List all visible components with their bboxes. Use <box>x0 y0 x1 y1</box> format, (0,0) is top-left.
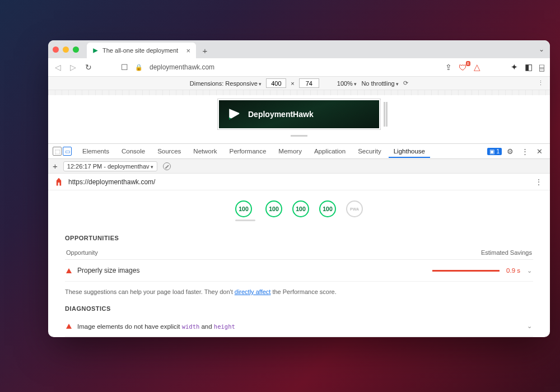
devtools-more-icon[interactable]: ⋮ <box>519 147 531 156</box>
devtools-tabs: ⬚ ▭ Elements Console Sources Network Per… <box>48 144 550 159</box>
report-select[interactable]: 12:26:17 PM - deploymenthav <box>63 161 157 171</box>
new-tab-button[interactable]: + <box>198 44 212 57</box>
width-input[interactable] <box>266 78 286 88</box>
savings-bar <box>432 270 500 272</box>
close-tab-icon[interactable]: × <box>185 46 192 55</box>
browser-tab[interactable]: The all-one site deployment × <box>87 43 196 58</box>
brave-shield-icon[interactable]: 🛡8 <box>459 63 467 72</box>
close-window-icon[interactable] <box>53 46 59 53</box>
zoom-dropdown[interactable]: 100% <box>337 80 357 87</box>
element-picker-icon[interactable]: ⬚ <box>53 147 62 156</box>
reload-button[interactable]: ↻ <box>84 62 93 73</box>
score-best-practices[interactable]: 100 <box>292 200 309 217</box>
chevron-down-icon: ⌄ <box>527 267 532 274</box>
dimensions-dropdown[interactable]: Dimensions: Responsive <box>190 80 262 87</box>
diagnostic-row[interactable]: Keep request counts low and transfer siz… <box>65 337 533 337</box>
site-name: DeploymentHawk <box>248 110 314 119</box>
tab-memory[interactable]: Memory <box>273 144 307 158</box>
deploymenthawk-logo-icon <box>227 106 242 122</box>
savings-value: 0.9 s <box>506 267 520 274</box>
opportunity-col-label: Opportunity <box>66 249 98 256</box>
extensions-icon[interactable]: ✦ <box>511 62 518 72</box>
diagnostic-label: Image elements do not have explicit widt… <box>77 323 235 330</box>
resize-handle-right[interactable] <box>384 102 385 127</box>
device-toggle-icon[interactable]: ▭ <box>63 147 72 156</box>
throttling-dropdown[interactable]: No throttling <box>361 80 399 87</box>
opportunities-heading: OPPORTUNITIES <box>65 235 533 241</box>
diagnostics-heading: DIAGNOSTICS <box>65 305 533 312</box>
responsive-toolbar: Dimensions: Responsive × 100% No throttl… <box>48 77 550 90</box>
tab-title: The all-one site deployment <box>102 47 181 54</box>
back-button[interactable]: ◁ <box>54 62 62 73</box>
clear-icon[interactable] <box>163 162 171 170</box>
score-performance[interactable]: 100 <box>235 200 255 221</box>
sidepanel-icon[interactable]: ◧ <box>525 62 533 72</box>
tab-network[interactable]: Network <box>188 144 222 158</box>
url-toolbar: ◁ ▷ ↻ ☐ 🔒 deploymenthawk.com ⇪ 🛡8 △ ✦ ◧ … <box>48 58 550 77</box>
score-accessibility[interactable]: 100 <box>265 200 282 217</box>
opportunity-row[interactable]: Properly size images 0.9 s ⌄ <box>65 260 533 282</box>
settings-gear-icon[interactable]: ⚙ <box>504 147 516 156</box>
favicon-icon <box>91 46 99 54</box>
report-url-bar: https://deploymenthawk.com/ ⋮ <box>48 174 550 190</box>
device-frame: DeploymentHawk <box>217 95 381 130</box>
tab-elements[interactable]: Elements <box>77 144 114 158</box>
lighthouse-toolbar: + 12:26:17 PM - deploymenthav <box>48 159 550 174</box>
warning-triangle-icon <box>66 268 72 273</box>
devtools-close-icon[interactable]: ✕ <box>534 147 545 156</box>
tab-strip: The all-one site deployment × + ⌄ <box>48 40 550 58</box>
maximize-window-icon[interactable] <box>73 46 79 53</box>
new-report-button[interactable]: + <box>53 161 58 171</box>
ruler <box>48 90 550 95</box>
device-viewport: DeploymentHawk <box>48 90 550 143</box>
score-seo[interactable]: 100 <box>319 200 336 217</box>
tab-console[interactable]: Console <box>116 144 150 158</box>
tab-application[interactable]: Application <box>309 144 351 158</box>
times-label: × <box>291 80 294 87</box>
lighthouse-icon <box>55 178 63 186</box>
lighthouse-report: https://deploymenthawk.com/ ⋮ 100 100 10… <box>48 174 550 337</box>
window-controls <box>53 46 79 53</box>
opportunities-note: These suggestions can help your page loa… <box>65 288 533 295</box>
resize-handle-bottom[interactable] <box>291 135 307 137</box>
forward-button[interactable]: ▷ <box>69 62 77 73</box>
tab-performance[interactable]: Performance <box>225 144 272 158</box>
score-ring-row: 100 100 100 100 PWA <box>65 196 533 225</box>
site-banner: DeploymentHawk <box>219 100 379 128</box>
chevron-down-icon: ⌄ <box>527 323 532 330</box>
diagnostic-row[interactable]: Image elements do not have explicit widt… <box>65 316 533 337</box>
score-pwa[interactable]: PWA <box>346 200 363 217</box>
tab-security[interactable]: Security <box>353 144 386 158</box>
report-menu-icon[interactable]: ⋮ <box>535 178 543 186</box>
lock-icon[interactable]: 🔒 <box>135 64 143 71</box>
bookmark-icon[interactable]: ☐ <box>121 63 128 72</box>
url-text[interactable]: deploymenthawk.com <box>150 63 214 71</box>
devtools-panel: ⬚ ▭ Elements Console Sources Network Per… <box>48 143 550 337</box>
inspect-picker: ⬚ ▭ <box>53 147 72 156</box>
report-url: https://deploymenthawk.com/ <box>68 178 155 186</box>
notifications-icon[interactable]: △ <box>474 62 480 72</box>
tab-sources[interactable]: Sources <box>152 144 186 158</box>
directly-affect-link[interactable]: directly affect <box>235 288 271 295</box>
tab-lighthouse[interactable]: Lighthouse <box>389 144 430 158</box>
browser-window: The all-one site deployment × + ⌄ ◁ ▷ ↻ … <box>48 40 550 337</box>
opportunity-label: Properly size images <box>77 267 139 274</box>
issues-badge[interactable]: ▣ 1 <box>487 148 502 155</box>
wallet-icon[interactable]: ⌸ <box>539 63 544 72</box>
share-icon[interactable]: ⇪ <box>445 63 452 72</box>
savings-col-label: Estimated Savings <box>481 249 532 256</box>
height-input[interactable] <box>299 78 319 88</box>
responsive-more-icon[interactable]: ⋮ <box>538 80 544 87</box>
warning-triangle-icon <box>66 324 72 329</box>
rotate-icon[interactable]: ⟳ <box>403 80 408 87</box>
shield-badge: 8 <box>466 61 470 66</box>
tabs-overflow-icon[interactable]: ⌄ <box>539 45 544 53</box>
minimize-window-icon[interactable] <box>63 46 69 53</box>
